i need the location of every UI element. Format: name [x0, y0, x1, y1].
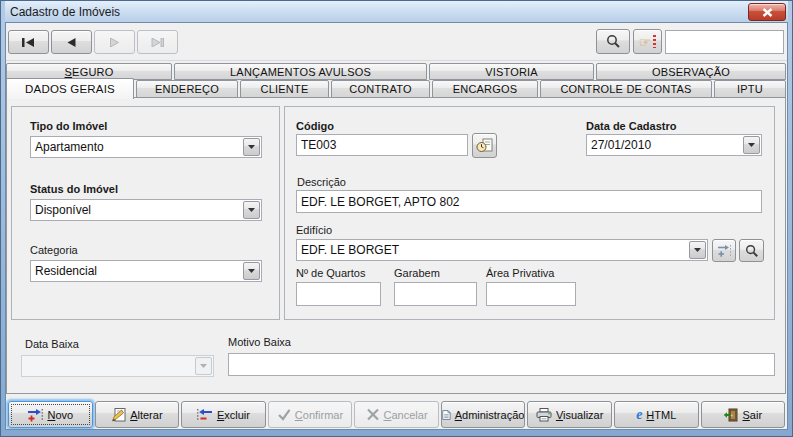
- categoria-combo[interactable]: Residencial: [30, 260, 262, 282]
- motivo-baixa-label: Motivo Baixa: [228, 336, 291, 348]
- nav-first-icon: [21, 38, 36, 47]
- num-quartos-label: Nº de Quartos: [296, 267, 365, 279]
- nav-prior-button[interactable]: [51, 30, 92, 54]
- chevron-down-icon[interactable]: [243, 138, 260, 156]
- status-imovel-label: Status do Imóvel: [30, 183, 118, 195]
- insert-plus-icon: [27, 408, 43, 422]
- codigo-input[interactable]: [296, 134, 468, 156]
- excluir-button[interactable]: Excluir: [181, 401, 266, 428]
- chevron-down-icon: [195, 357, 212, 375]
- goto-button[interactable]: ☞: [633, 29, 662, 54]
- chevron-down-icon[interactable]: [243, 201, 260, 219]
- edificio-incluir-button[interactable]: [712, 239, 736, 262]
- tabpage-dados-gerais: Tipo do Imóvel Apartamento Status do Imó…: [6, 97, 786, 394]
- delete-minus-icon: [197, 408, 213, 422]
- footer-button-bar: Novo Alterar Excluir: [8, 401, 785, 429]
- close-button[interactable]: [748, 3, 786, 21]
- data-cadastro-combo[interactable]: 27/01/2010: [586, 134, 762, 156]
- sair-button[interactable]: Sair: [701, 401, 786, 428]
- edificio-pesquisar-button[interactable]: [739, 239, 764, 262]
- search-icon: [745, 244, 759, 258]
- check-icon: [277, 408, 291, 421]
- confirmar-button: Confirmar: [268, 401, 353, 428]
- x-icon: [366, 408, 380, 421]
- tipo-imovel-combo[interactable]: Apartamento: [30, 136, 262, 158]
- client-area: ☞ SEGURO LANÇAMENTOS AVULSOS VISTORIA OB…: [5, 22, 788, 430]
- tab-lancamentos-avulsos[interactable]: LANÇAMENTOS AVULSOS: [174, 63, 427, 80]
- red-dots-icon: [653, 35, 656, 48]
- edificio-combo[interactable]: EDF. LE BORGET: [296, 239, 708, 261]
- window-title: Cadastro de Imóveis: [10, 5, 120, 19]
- chevron-down-icon[interactable]: [689, 241, 706, 259]
- html-button[interactable]: e HTML: [614, 401, 699, 428]
- titlebar: Cadastro de Imóveis: [5, 1, 788, 22]
- insert-arrow-icon: [717, 244, 732, 257]
- nav-last-button: [137, 30, 178, 54]
- close-icon: [762, 8, 773, 17]
- tab-cliente[interactable]: CLIENTE: [240, 80, 329, 98]
- tab-encargos[interactable]: ENCARGOS: [432, 80, 538, 98]
- tipo-imovel-label: Tipo do Imóvel: [30, 120, 107, 132]
- cancelar-button: Cancelar: [354, 401, 439, 428]
- pointing-hand-icon: ☞: [639, 35, 652, 49]
- nav-last-icon: [150, 38, 165, 47]
- panel-classificacao: Tipo do Imóvel Apartamento Status do Imó…: [11, 106, 280, 320]
- descricao-input[interactable]: [296, 190, 762, 213]
- browser-e-icon: e: [636, 408, 642, 422]
- edificio-label: Edifício: [296, 224, 332, 236]
- window-cadastro-imoveis: Cadastro de Imóveis: [0, 0, 793, 437]
- nav-prior-icon: [64, 38, 79, 47]
- nav-next-button: [94, 30, 135, 54]
- tab-dados-gerais[interactable]: DADOS GERAIS: [6, 78, 134, 99]
- stamp-clock-icon: [476, 138, 493, 153]
- panel-identificacao: Código Data de Cadastro 27/01/2010: [284, 106, 775, 320]
- tab-endereco[interactable]: ENDEREÇO: [136, 80, 238, 98]
- nav-next-icon: [107, 38, 122, 47]
- tab-vistoria[interactable]: VISTORIA: [429, 63, 594, 80]
- codigo-historico-button[interactable]: [472, 133, 497, 158]
- garagem-input[interactable]: [394, 282, 477, 306]
- descricao-label: Descrição: [297, 176, 346, 188]
- edit-pencil-icon: [111, 408, 126, 422]
- toolbar: ☞: [6, 23, 787, 61]
- tab-observacao[interactable]: OBSERVAÇÃO: [596, 63, 786, 80]
- search-button[interactable]: [596, 29, 630, 54]
- search-icon: [606, 34, 621, 49]
- quick-search-input[interactable]: [665, 30, 784, 54]
- document-icon: [442, 408, 451, 422]
- chevron-down-icon[interactable]: [743, 136, 760, 154]
- area-privativa-input[interactable]: [486, 282, 576, 306]
- novo-button[interactable]: Novo: [8, 401, 93, 428]
- tab-row-lower: DADOS GERAIS ENDEREÇO CLIENTE CONTRATO E…: [6, 80, 786, 98]
- chevron-down-icon[interactable]: [243, 262, 260, 280]
- tab-controle-de-contas[interactable]: CONTROLE DE CONTAS: [540, 80, 712, 98]
- motivo-baixa-input[interactable]: [228, 353, 775, 376]
- categoria-label: Categoria: [30, 244, 78, 256]
- alterar-button[interactable]: Alterar: [95, 401, 180, 428]
- exit-door-icon: [723, 408, 738, 422]
- data-baixa-label: Data Baixa: [25, 338, 79, 350]
- data-baixa-combo: [21, 355, 214, 377]
- nav-first-button[interactable]: [8, 30, 49, 54]
- visualizar-button[interactable]: Visualizar: [527, 401, 612, 428]
- printer-icon: [536, 408, 552, 422]
- num-quartos-input[interactable]: [296, 282, 381, 306]
- area-privativa-label: Área Privativa: [486, 267, 554, 279]
- status-imovel-combo[interactable]: Disponível: [30, 199, 262, 221]
- garagem-label: Garabem: [394, 267, 440, 279]
- tab-iptu[interactable]: IPTU: [714, 80, 786, 98]
- data-cadastro-label: Data de Cadastro: [586, 120, 676, 132]
- tab-contrato[interactable]: CONTRATO: [331, 80, 430, 98]
- codigo-label: Código: [296, 120, 334, 132]
- administracao-button[interactable]: Administração: [441, 401, 526, 428]
